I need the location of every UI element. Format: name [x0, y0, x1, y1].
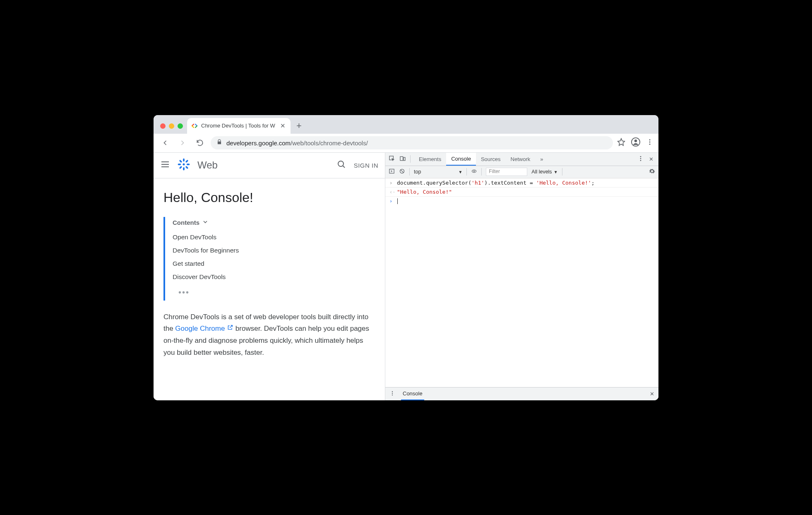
console-output[interactable]: › document.querySelector('h1').textConte…	[385, 178, 658, 387]
svg-point-19	[392, 392, 393, 393]
svg-rect-8	[400, 156, 403, 160]
browser-toolbar: developers.google.com/web/tools/chrome-d…	[154, 134, 658, 153]
back-button[interactable]	[159, 136, 172, 149]
toc-label: Contents	[173, 219, 199, 226]
table-of-contents: Contents Open DevTools DevTools for Begi…	[163, 217, 375, 301]
console-result: "Hello, Console!"	[397, 189, 452, 195]
site-brand: Web	[197, 159, 329, 171]
intro-paragraph: Chrome DevTools is a set of web develope…	[163, 311, 375, 359]
external-link-icon	[227, 323, 233, 335]
clear-console-icon[interactable]	[399, 168, 405, 176]
drawer-menu-icon[interactable]	[389, 390, 395, 397]
console-sidebar-toggle-icon[interactable]	[389, 168, 395, 176]
svg-point-3	[649, 142, 651, 143]
browser-tab[interactable]: Chrome DevTools | Tools for W ✕	[187, 118, 291, 134]
tab-title: Chrome DevTools | Tools for W	[201, 123, 276, 129]
tab-elements[interactable]: Elements	[414, 153, 446, 166]
site-header: Web SIGN IN	[154, 153, 385, 178]
console-prompt-line[interactable]: ›	[385, 197, 658, 206]
devtools-menu-icon[interactable]	[637, 155, 644, 163]
page-title: Hello, Console!	[163, 190, 375, 205]
tab-network[interactable]: Network	[506, 153, 536, 166]
console-input-line: › document.querySelector('h1').textConte…	[385, 178, 658, 188]
new-tab-button[interactable]: +	[291, 120, 308, 134]
search-icon[interactable]	[336, 159, 346, 171]
svg-point-18	[392, 391, 393, 392]
filter-input[interactable]: Filter	[486, 168, 527, 176]
page-pane: Web SIGN IN Hello, Console! Contents Ope…	[154, 153, 385, 400]
tab-sources[interactable]: Sources	[476, 153, 506, 166]
svg-point-11	[640, 158, 641, 159]
close-devtools-icon[interactable]: ✕	[649, 156, 653, 162]
chevron-down-icon	[202, 219, 209, 226]
svg-rect-9	[404, 157, 405, 160]
output-caret-icon: ‹·	[389, 189, 394, 195]
dropdown-triangle-icon: ▼	[458, 170, 462, 174]
devtools-tabs: Elements Console Sources Network » ✕	[385, 153, 658, 166]
dropdown-triangle-icon: ▼	[554, 170, 558, 174]
svg-point-10	[640, 156, 641, 157]
minimize-window-button[interactable]	[169, 123, 174, 129]
close-tab-icon[interactable]: ✕	[279, 121, 286, 130]
levels-label: All levels	[531, 169, 552, 175]
svg-point-17	[473, 171, 475, 172]
address-bar[interactable]: developers.google.com/web/tools/chrome-d…	[211, 136, 613, 149]
svg-point-2	[649, 139, 651, 140]
signin-link[interactable]: SIGN IN	[354, 162, 378, 169]
close-drawer-icon[interactable]: ✕	[650, 391, 654, 397]
reload-button[interactable]	[193, 136, 207, 149]
svg-line-15	[401, 170, 404, 173]
tab-console[interactable]: Console	[446, 153, 476, 166]
devtools-drawer: Console ✕	[385, 387, 658, 400]
url-text: developers.google.com/web/tools/chrome-d…	[226, 140, 368, 147]
devtools-pane: Elements Console Sources Network » ✕	[385, 153, 658, 400]
browser-menu-icon[interactable]	[646, 138, 653, 147]
text-cursor	[397, 198, 398, 204]
svg-point-6	[338, 161, 344, 166]
toc-item[interactable]: DevTools for Beginners	[173, 244, 375, 257]
inspect-element-icon[interactable]	[389, 155, 395, 163]
console-toolbar: top ▼ Filter All levels ▼	[385, 166, 658, 178]
tab-strip: Chrome DevTools | Tools for W ✕ +	[154, 115, 658, 134]
log-levels-selector[interactable]: All levels ▼	[531, 169, 557, 175]
live-expression-icon[interactable]	[471, 168, 477, 176]
bookmark-star-icon[interactable]	[617, 138, 625, 148]
toc-item[interactable]: Get started	[173, 257, 375, 270]
prompt-caret-icon: ›	[389, 198, 394, 204]
content-area: Web SIGN IN Hello, Console! Contents Ope…	[154, 153, 658, 400]
chrome-link[interactable]: Google Chrome	[175, 325, 233, 332]
hamburger-menu-icon[interactable]	[160, 159, 170, 171]
forward-button[interactable]	[176, 136, 189, 149]
profile-avatar-icon[interactable]	[631, 137, 640, 148]
context-label: top	[414, 169, 421, 175]
console-output-line: ‹· "Hello, Console!"	[385, 188, 658, 197]
close-window-button[interactable]	[160, 123, 166, 129]
svg-point-12	[640, 160, 641, 161]
console-settings-icon[interactable]	[649, 168, 655, 176]
favicon-icon	[191, 123, 198, 129]
svg-point-20	[392, 394, 393, 395]
toc-header[interactable]: Contents	[173, 219, 375, 226]
device-toolbar-icon[interactable]	[399, 155, 406, 163]
lock-icon	[216, 139, 222, 147]
window-controls	[159, 123, 187, 134]
maximize-window-button[interactable]	[178, 123, 183, 129]
toc-item[interactable]: Discover DevTools	[173, 270, 375, 284]
tabs-overflow-icon[interactable]: »	[535, 153, 548, 166]
toc-more-icon[interactable]: •••	[173, 284, 375, 299]
brand-logo-icon	[178, 158, 190, 172]
browser-window: Chrome DevTools | Tools for W ✕ + develo…	[154, 115, 658, 400]
execution-context-selector[interactable]: top ▼	[414, 169, 462, 175]
input-caret-icon: ›	[389, 180, 394, 186]
svg-point-1	[634, 140, 637, 142]
drawer-tab-console[interactable]: Console	[401, 387, 424, 400]
svg-point-5	[183, 164, 185, 166]
toc-item[interactable]: Open DevTools	[173, 231, 375, 244]
svg-point-4	[649, 144, 651, 145]
console-code: document.querySelector('h1').textContent…	[397, 180, 594, 186]
